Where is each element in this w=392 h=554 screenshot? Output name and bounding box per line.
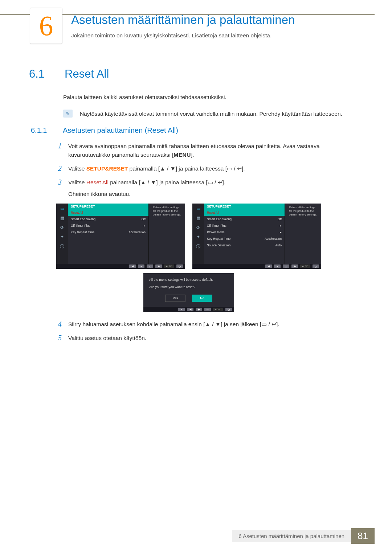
- step-1-text-b: ].: [191, 152, 194, 158]
- step-4-c: ].: [276, 321, 279, 327]
- osd-item-reset[interactable]: Reset All: [204, 209, 285, 216]
- reset-dialog-buttons: Yes No: [143, 292, 234, 307]
- reset-dialog-footer: ✕ ◀ ▶ ↩ AUTO ⏻: [143, 307, 234, 312]
- section-number: 6.1: [29, 67, 54, 81]
- step-3-c: ] ja paina laitteessa [: [156, 179, 207, 185]
- up-down-icon: ▲ / ▼: [205, 321, 221, 327]
- power-button[interactable]: ⏻: [176, 264, 183, 268]
- menu-label: MENU: [173, 152, 191, 158]
- osd-item-eco[interactable]: Smart Eco SavingOff: [204, 216, 285, 222]
- chapter-title: Asetusten määrittäminen ja palauttaminen: [71, 13, 295, 27]
- nav-left-button[interactable]: ◀: [187, 308, 193, 311]
- osd-header: SETUP&RESET: [68, 204, 148, 209]
- step-number: 3: [55, 178, 62, 186]
- reset-dialog-line2: Are you sure you want to reset?: [149, 285, 228, 290]
- osd-title: SETUP&RESET: [71, 205, 95, 208]
- setup-reset-keyword: SETUP&RESET: [86, 165, 128, 172]
- step-text: Valittu asetus otetaan käyttöön.: [68, 334, 348, 342]
- monitor-icon: ▭: [195, 206, 201, 211]
- osd-title: SETUP&RESET: [207, 205, 231, 208]
- note-text: Näytössä käytettävissä olevat toiminnot …: [80, 110, 348, 118]
- osd-label: PC/AV Mode: [207, 230, 225, 234]
- chapter-subtitle: Jokainen toiminto on kuvattu yksityiskoh…: [71, 32, 271, 39]
- osd-label: Reset All: [207, 211, 219, 214]
- osd-item-key[interactable]: Key Repeat TimeAcceleration: [204, 235, 285, 242]
- page-footer: 6 Asetusten määrittäminen ja palauttamin…: [232, 528, 375, 544]
- step-text: Voit avata avainoppaan painamalla mitä t…: [68, 142, 348, 159]
- osd-label: Source Detection: [207, 243, 230, 247]
- osd-item-eco[interactable]: Smart Eco SavingOff: [68, 216, 148, 222]
- nav-right-button[interactable]: ▶: [291, 264, 298, 268]
- osd-item-reset[interactable]: Reset All: [68, 209, 148, 216]
- osd-label: Smart Eco Saving: [207, 217, 232, 221]
- step-number: 4: [55, 320, 62, 328]
- osd-value: Off: [142, 217, 146, 221]
- step-3-sub: Oheinen ikkuna avautuu.: [68, 190, 348, 198]
- step-number: 2: [55, 164, 62, 173]
- osd-label: Key Repeat Time: [207, 237, 230, 241]
- osd-item-src[interactable]: Source DetectionAuto: [204, 242, 285, 249]
- osd-item-timer[interactable]: Off Timer Plus▸: [68, 222, 148, 229]
- step-text: Valitse SETUP&RESET painamalla [▲ / ▼] j…: [68, 164, 348, 173]
- subsection-number: 6.1.1: [31, 126, 55, 135]
- nav-left-button[interactable]: ◀: [265, 264, 272, 268]
- osd-item-key[interactable]: Key Repeat TimeAcceleration: [68, 229, 148, 235]
- picture-icon: ▤: [195, 216, 201, 220]
- step-text: Valitse Reset All painamalla [▲ / ▼] ja …: [68, 178, 348, 198]
- step-number: 1: [55, 142, 62, 150]
- step-3-b: painamalla [: [109, 179, 140, 185]
- auto-button[interactable]: AUTO: [164, 264, 174, 268]
- osd-value: ▸: [280, 230, 282, 234]
- up-down-icon: ▲ / ▼: [140, 179, 156, 185]
- enter-icon: ▭ / ↩: [261, 321, 276, 327]
- step-3-d: ].: [222, 179, 226, 185]
- settings-icon: ⟳: [195, 225, 201, 230]
- step-number: 5: [55, 334, 62, 342]
- close-button[interactable]: ✕: [178, 308, 185, 311]
- nav-down-button[interactable]: ▼: [138, 264, 144, 268]
- osd-label: Off Timer Plus: [71, 224, 90, 227]
- reset-yes-button[interactable]: Yes: [165, 295, 185, 302]
- nav-right-button[interactable]: ▶: [155, 264, 162, 268]
- note-icon: ✎: [63, 110, 73, 118]
- gear-icon: ✦: [59, 235, 65, 239]
- nav-up-button[interactable]: ▲: [283, 264, 289, 268]
- chapter-number-box: 6: [30, 8, 62, 44]
- nav-right-button[interactable]: ▶: [196, 308, 202, 311]
- monitor-icon: ▭: [59, 206, 65, 211]
- reset-no-button[interactable]: No: [192, 295, 212, 302]
- nav-up-button[interactable]: ▲: [147, 264, 153, 268]
- power-button[interactable]: ⏻: [313, 264, 319, 268]
- osd-value: Auto: [275, 243, 282, 247]
- step-4-b: ] ja sen jälkeen [: [221, 321, 261, 327]
- enter-button[interactable]: ↩: [204, 308, 211, 311]
- up-down-icon: ▲ / ▼: [160, 165, 176, 172]
- osd-side-icons: ▭ ▤ ⟳ ✦ ⓘ: [192, 204, 204, 264]
- reset-dialog-wrap: All the menu settings will be reset to d…: [29, 273, 348, 312]
- picture-icon: ▤: [59, 216, 65, 220]
- step-2-d: ].: [242, 165, 245, 172]
- power-button[interactable]: ⏻: [225, 308, 232, 311]
- step-2: 2 Valitse SETUP&RESET painamalla [▲ / ▼]…: [55, 164, 348, 173]
- auto-button[interactable]: AUTO: [300, 264, 310, 268]
- osd-description: Return all the settings for the product …: [150, 204, 185, 235]
- osd-description: Return all the settings for the product …: [286, 204, 321, 235]
- osd-panel-left: ▭ ▤ ⟳ ✦ ⓘ SETUP&RESET Reset All Smart Ec…: [56, 204, 185, 269]
- footer-chapter-label: 6 Asetusten määrittäminen ja palauttamin…: [232, 530, 351, 542]
- osd-value: Acceleration: [265, 237, 282, 241]
- info-icon: ⓘ: [195, 244, 201, 249]
- nav-left-button[interactable]: ◀: [129, 264, 136, 268]
- osd-footer: ◀ ▼ ▲ ▶ AUTO ⏻: [56, 264, 185, 269]
- step-4: 4 Siirry haluamasi asetuksen kohdalle pa…: [55, 320, 348, 329]
- osd-item-timer[interactable]: Off Timer Plus▸: [204, 222, 285, 229]
- chapter-number: 6: [39, 9, 53, 42]
- nav-down-button[interactable]: ▼: [274, 264, 281, 268]
- osd-main: SETUP&RESET Reset All Smart Eco SavingOf…: [68, 204, 149, 264]
- gear-icon: ✦: [195, 235, 201, 239]
- auto-button[interactable]: AUTO: [213, 308, 223, 311]
- footer-page-number: 81: [351, 528, 375, 544]
- osd-main: SETUP&RESET Reset All Smart Eco SavingOf…: [204, 204, 285, 264]
- osd-item-pcav[interactable]: PC/AV Mode▸: [204, 229, 285, 235]
- enter-icon: ▭ / ↩: [227, 165, 242, 172]
- osd-panel-right: ▭ ▤ ⟳ ✦ ⓘ SETUP&RESET Reset All Smart Ec…: [192, 204, 321, 269]
